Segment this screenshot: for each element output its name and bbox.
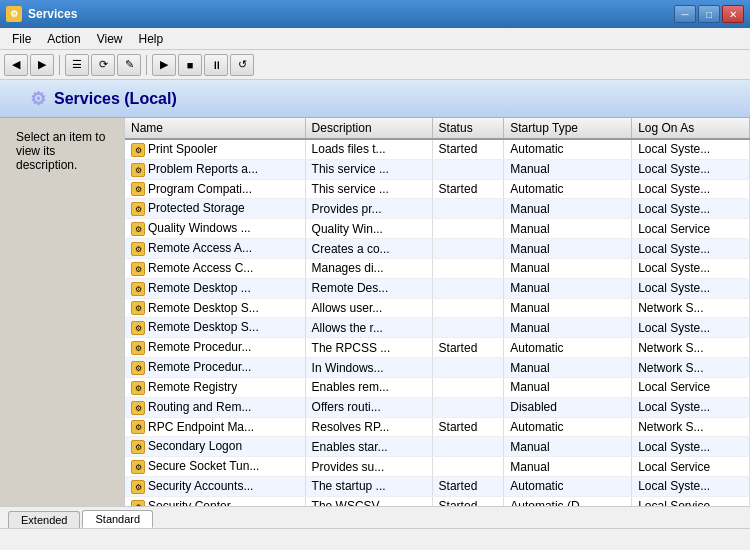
service-icon: ⚙ — [131, 262, 145, 276]
service-name: ⚙Routing and Rem... — [125, 397, 305, 417]
service-startup: Automatic — [504, 417, 632, 437]
table-row[interactable]: ⚙Remote Access A...Creates a co...Manual… — [125, 239, 750, 259]
table-row[interactable]: ⚙Remote Desktop ...Remote Des...ManualLo… — [125, 278, 750, 298]
separator-2 — [146, 55, 147, 75]
menu-help[interactable]: Help — [131, 30, 172, 48]
service-startup: Manual — [504, 377, 632, 397]
menu-bar: File Action View Help — [0, 28, 750, 50]
service-name: ⚙Problem Reports a... — [125, 159, 305, 179]
service-logon: Local Syste... — [632, 139, 750, 159]
service-logon: Network S... — [632, 298, 750, 318]
col-status[interactable]: Status — [432, 118, 504, 139]
app-icon: ⚙ — [6, 6, 22, 22]
forward-button[interactable]: ▶ — [30, 54, 54, 76]
table-row[interactable]: ⚙Quality Windows ...Quality Win...Manual… — [125, 219, 750, 239]
back-button[interactable]: ◀ — [4, 54, 28, 76]
table-row[interactable]: ⚙Remote Procedur...The RPCSS ...StartedA… — [125, 338, 750, 358]
service-name: ⚙Remote Desktop ... — [125, 278, 305, 298]
pause-button[interactable]: ⏸ — [204, 54, 228, 76]
menu-file[interactable]: File — [4, 30, 39, 48]
play-button[interactable]: ▶ — [152, 54, 176, 76]
service-description: This service ... — [305, 159, 432, 179]
table-row[interactable]: ⚙Problem Reports a...This service ...Man… — [125, 159, 750, 179]
tab-extended[interactable]: Extended — [8, 511, 80, 528]
service-name: ⚙Secondary Logon — [125, 437, 305, 457]
minimize-button[interactable]: ─ — [674, 5, 696, 23]
service-description: The WSCSV... — [305, 496, 432, 506]
service-description: The startup ... — [305, 477, 432, 497]
col-name[interactable]: Name — [125, 118, 305, 139]
table-row[interactable]: ⚙RPC Endpoint Ma...Resolves RP...Started… — [125, 417, 750, 437]
service-name: ⚙Protected Storage — [125, 199, 305, 219]
service-description: Allows user... — [305, 298, 432, 318]
table-row[interactable]: ⚙Protected StorageProvides pr...ManualLo… — [125, 199, 750, 219]
services-table: Name Description Status Startup Type Log… — [125, 118, 750, 506]
menu-action[interactable]: Action — [39, 30, 88, 48]
service-name: ⚙Remote Desktop S... — [125, 318, 305, 338]
services-table-container[interactable]: Name Description Status Startup Type Log… — [125, 118, 750, 506]
service-startup: Disabled — [504, 397, 632, 417]
table-row[interactable]: ⚙Remote Desktop S...Allows the r...Manua… — [125, 318, 750, 338]
service-description: Remote Des... — [305, 278, 432, 298]
restart-button[interactable]: ↺ — [230, 54, 254, 76]
col-startup[interactable]: Startup Type — [504, 118, 632, 139]
service-name: ⚙Remote Access A... — [125, 239, 305, 259]
service-logon: Local Service — [632, 377, 750, 397]
table-row[interactable]: ⚙Secure Socket Tun...Provides su...Manua… — [125, 457, 750, 477]
col-logon[interactable]: Log On As — [632, 118, 750, 139]
service-status — [432, 199, 504, 219]
table-row[interactable]: ⚙Remote Access C...Manages di...ManualLo… — [125, 258, 750, 278]
service-logon: Local Syste... — [632, 159, 750, 179]
view-button[interactable]: ☰ — [65, 54, 89, 76]
table-row[interactable]: ⚙Security Accounts...The startup ...Star… — [125, 477, 750, 497]
tab-standard[interactable]: Standard — [82, 510, 153, 528]
service-logon: Local Syste... — [632, 239, 750, 259]
table-row[interactable]: ⚙Remote Procedur...In Windows...ManualNe… — [125, 358, 750, 378]
description-panel: Select an item to view its description. — [0, 118, 125, 506]
service-status — [432, 377, 504, 397]
service-description: Manages di... — [305, 258, 432, 278]
service-icon: ⚙ — [131, 341, 145, 355]
refresh-button[interactable]: ⟳ — [91, 54, 115, 76]
col-description[interactable]: Description — [305, 118, 432, 139]
service-startup: Manual — [504, 457, 632, 477]
service-description: Loads files t... — [305, 139, 432, 159]
table-row[interactable]: ⚙Routing and Rem...Offers routi...Disabl… — [125, 397, 750, 417]
service-icon: ⚙ — [131, 282, 145, 296]
service-icon: ⚙ — [131, 301, 145, 315]
service-startup: Manual — [504, 437, 632, 457]
service-startup: Manual — [504, 239, 632, 259]
service-description: This service ... — [305, 179, 432, 199]
service-startup: Automatic (D... — [504, 496, 632, 506]
service-name: ⚙Quality Windows ... — [125, 219, 305, 239]
service-status — [432, 397, 504, 417]
service-icon: ⚙ — [131, 182, 145, 196]
edit-button[interactable]: ✎ — [117, 54, 141, 76]
menu-view[interactable]: View — [89, 30, 131, 48]
table-row[interactable]: ⚙Program Compati...This service ...Start… — [125, 179, 750, 199]
table-row[interactable]: ⚙Print SpoolerLoads files t...StartedAut… — [125, 139, 750, 159]
table-row[interactable]: ⚙Remote RegistryEnables rem...ManualLoca… — [125, 377, 750, 397]
service-icon: ⚙ — [131, 163, 145, 177]
service-logon: Local Service — [632, 219, 750, 239]
stop-button[interactable]: ■ — [178, 54, 202, 76]
service-startup: Manual — [504, 278, 632, 298]
service-logon: Local Syste... — [632, 477, 750, 497]
service-status — [432, 258, 504, 278]
service-icon: ⚙ — [131, 460, 145, 474]
service-status — [432, 298, 504, 318]
service-logon: Network S... — [632, 417, 750, 437]
table-row[interactable]: ⚙Remote Desktop S...Allows user...Manual… — [125, 298, 750, 318]
service-startup: Automatic — [504, 139, 632, 159]
content-header: ⚙ Services (Local) — [0, 80, 750, 118]
service-logon: Local Syste... — [632, 318, 750, 338]
service-description: The RPCSS ... — [305, 338, 432, 358]
title-bar: ⚙ Services ─ □ ✕ — [0, 0, 750, 28]
service-icon: ⚙ — [131, 420, 145, 434]
close-button[interactable]: ✕ — [722, 5, 744, 23]
table-row[interactable]: ⚙Security CenterThe WSCSV...StartedAutom… — [125, 496, 750, 506]
table-row[interactable]: ⚙Secondary LogonEnables star...ManualLoc… — [125, 437, 750, 457]
maximize-button[interactable]: □ — [698, 5, 720, 23]
service-name: ⚙Remote Desktop S... — [125, 298, 305, 318]
service-name: ⚙Remote Registry — [125, 377, 305, 397]
